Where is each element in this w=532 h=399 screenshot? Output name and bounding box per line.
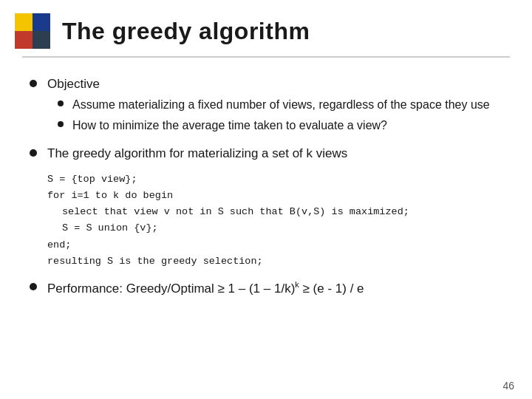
slide-content: Objective Assume materializing a fixed n… [0,68,532,313]
code-line-2: for i=1 to k do begin [47,188,502,204]
sub-bullets-objective: Assume materializing a fixed number of v… [58,96,490,134]
code-line-4: S = S union {v}; [62,220,502,236]
bullet-objective: Objective Assume materializing a fixed n… [30,75,502,137]
bullet-dot-2 [30,149,37,157]
code-line-1: S = {top view}; [47,171,502,188]
bullet-performance: Performance: Greedy/Optimal ≥ 1 – (1 – 1… [30,279,502,298]
sub-bullet-2: How to minimize the average time taken t… [58,117,490,134]
code-block: S = {top view}; for i=1 to k do begin se… [47,171,502,270]
objective-label: Objective [47,75,490,93]
code-line-5: end; [47,237,502,253]
code-line-6: resulting S is the greedy selection; [47,253,502,270]
slide-header: The greedy algorithm [0,0,532,56]
bullet-greedy: The greedy algorithm for materializing a… [30,145,502,163]
sub-bullet-1: Assume materializing a fixed number of v… [58,96,490,114]
performance-label: Performance: [47,282,123,296]
sub-dot-2 [58,121,64,127]
greedy-label: The greedy algorithm for materializing a… [47,145,347,163]
slide-title: The greedy algorithm [62,18,310,45]
bullet-dot-1 [30,80,37,87]
sub-bullet-text-1: Assume materializing a fixed number of v… [72,96,490,114]
sub-dot-1 [58,100,64,106]
logo-blue [33,13,50,31]
performance-text: Performance: Greedy/Optimal ≥ 1 – (1 – 1… [47,279,364,298]
performance-exponent: k [295,280,299,289]
performance-formula: Greedy/Optimal ≥ 1 – (1 – 1/k)k ≥ (e - 1… [126,282,364,296]
logo [15,13,50,49]
sub-bullet-text-2: How to minimize the average time taken t… [72,117,387,134]
header-divider [22,56,510,58]
bullet-objective-content: Objective Assume materializing a fixed n… [47,75,490,137]
logo-red [15,31,33,49]
bullet-dot-3 [30,283,37,290]
code-line-3: select that view v not in S such that B(… [62,204,502,220]
page-number: 46 [502,380,514,392]
logo-yellow [15,13,33,31]
logo-dark [33,31,50,49]
